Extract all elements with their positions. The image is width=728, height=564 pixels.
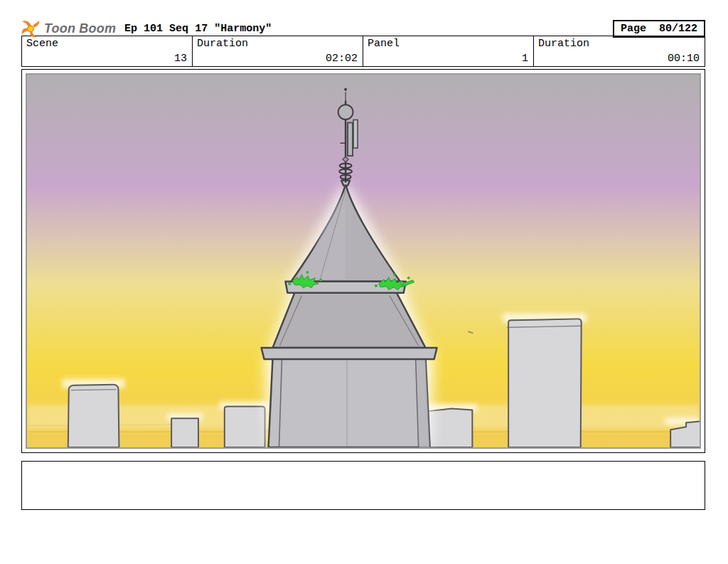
panel-duration-value: 00:10 bbox=[668, 53, 700, 65]
toonboom-logo-text: Toon Boom bbox=[44, 21, 116, 36]
panel-label: Panel bbox=[368, 38, 400, 50]
toonboom-logo: Toon Boom bbox=[21, 20, 116, 38]
info-cell-panel-duration: Duration 00:10 bbox=[534, 36, 705, 66]
toonboom-logo-icon bbox=[21, 20, 41, 38]
storyboard-panel-frame bbox=[21, 69, 705, 453]
scene-duration-value: 02:02 bbox=[326, 53, 358, 65]
panel-value: 1 bbox=[522, 53, 528, 65]
caption-box bbox=[21, 461, 705, 510]
info-cell-scene: Scene 13 bbox=[22, 36, 193, 66]
storyboard-page: Toon Boom Ep 101 Seq 17 "Harmony" Page 8… bbox=[21, 0, 705, 510]
storyboard-drawing bbox=[27, 75, 700, 447]
info-cell-scene-duration: Duration 02:02 bbox=[193, 36, 363, 66]
info-table: Scene 13 Duration 02:02 Panel 1 Duration… bbox=[21, 36, 705, 67]
episode-title: Ep 101 Seq 17 "Harmony" bbox=[124, 23, 272, 35]
page-number-box: Page 80/122 bbox=[613, 20, 705, 38]
scene-label: Scene bbox=[26, 38, 58, 50]
panel-duration-label: Duration bbox=[538, 38, 589, 50]
scene-value: 13 bbox=[174, 53, 187, 65]
storyboard-artwork bbox=[26, 73, 701, 449]
scene-duration-label: Duration bbox=[197, 38, 248, 50]
header: Toon Boom Ep 101 Seq 17 "Harmony" Page 8… bbox=[21, 0, 705, 28]
info-cell-panel: Panel 1 bbox=[363, 36, 534, 66]
